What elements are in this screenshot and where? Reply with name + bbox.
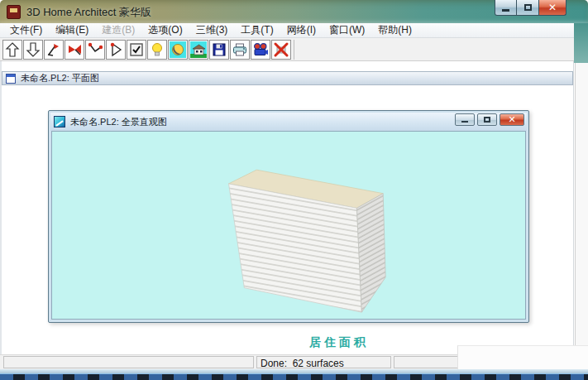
tilt-view-button[interactable] — [85, 40, 105, 60]
view-maximize-button[interactable] — [477, 113, 497, 126]
house-view-icon — [190, 41, 207, 58]
view-window-icon — [54, 116, 65, 127]
menu-network[interactable]: 网络(I) — [280, 22, 323, 38]
delete-icon — [273, 41, 289, 58]
background-window-edge — [575, 63, 588, 372]
minimize-button[interactable] — [495, 0, 517, 16]
app-icon — [7, 5, 21, 19]
view-angle-icon — [66, 41, 83, 58]
view-minimize-button[interactable] — [455, 113, 475, 126]
menu-help[interactable]: 帮助(H) — [371, 22, 418, 38]
view-3d-canvas[interactable] — [51, 131, 526, 320]
view-angle-button[interactable] — [65, 40, 84, 60]
turn-left-button[interactable] — [44, 40, 64, 60]
lighting-button[interactable] — [147, 40, 167, 60]
eye-position-button[interactable] — [106, 40, 126, 60]
view-window-controls: ✕ — [452, 113, 524, 126]
delete-button[interactable] — [271, 40, 291, 60]
print-button[interactable] — [230, 40, 250, 60]
plan-window-icon — [6, 74, 16, 84]
window-title: 3D Home Architect 豪华版 — [26, 5, 151, 20]
save-icon — [211, 41, 227, 58]
status-panel-right — [394, 356, 458, 368]
menu-file[interactable]: 文件(F) — [3, 22, 49, 38]
day-night-button[interactable] — [168, 40, 188, 60]
view-minimize-icon — [461, 121, 468, 123]
plan-window-title: 未命名.PL2: 平面图 — [21, 72, 99, 84]
close-icon: ✕ — [548, 2, 557, 12]
lighting-icon — [149, 41, 165, 58]
screen: 3D Home Architect 豪华版 ✕ 文件(F) 编辑(E) 建造(B… — [0, 0, 588, 380]
minimize-icon — [502, 9, 509, 12]
move-up-button[interactable] — [2, 40, 22, 60]
day-night-icon — [170, 41, 186, 58]
main-titlebar[interactable]: 3D Home Architect 豪华版 ✕ — [0, 0, 588, 23]
status-panel-left — [3, 356, 254, 368]
desktop-edge-teal — [574, 23, 588, 63]
building-3d-render — [52, 132, 525, 319]
toolbar — [0, 38, 574, 61]
menu-options[interactable]: 选项(O) — [141, 22, 189, 38]
menu-tools[interactable]: 工具(T) — [234, 22, 280, 38]
view-maximize-icon — [484, 117, 490, 123]
move-down-icon — [25, 41, 41, 58]
save-button[interactable] — [209, 40, 229, 60]
box-side-face — [356, 194, 385, 312]
plan-window-titlebar[interactable]: 未命名.PL2: 平面图 — [2, 71, 573, 85]
menu-window[interactable]: 窗口(W) — [323, 22, 371, 38]
record-video-icon — [252, 41, 269, 58]
move-up-icon — [4, 41, 21, 58]
print-icon — [232, 41, 248, 58]
options-check-button[interactable] — [127, 40, 146, 60]
menu-edit[interactable]: 编辑(E) — [49, 22, 95, 38]
view-close-button[interactable]: ✕ — [500, 113, 524, 126]
maximize-icon — [524, 4, 532, 11]
menu-build: 建造(B) — [95, 22, 141, 38]
status-panel-message: Done: 62 surfaces — [256, 356, 391, 368]
taskbar-sliver[interactable] — [0, 373, 588, 380]
toolbar-separator — [294, 40, 295, 60]
options-check-icon — [128, 41, 145, 58]
view-window: 未命名.PL2: 全景直观图 ✕ — [48, 110, 529, 323]
overlapping-window-corner — [457, 345, 588, 372]
window-controls: ✕ — [495, 0, 566, 16]
maximize-button[interactable] — [517, 0, 539, 16]
view-window-title: 未命名.PL2: 全景直观图 — [70, 116, 167, 128]
record-video-button[interactable] — [251, 40, 270, 60]
menu-3d[interactable]: 三维(3) — [189, 22, 235, 38]
close-button[interactable]: ✕ — [539, 0, 566, 16]
house-view-button[interactable] — [189, 40, 208, 60]
turn-left-icon — [45, 41, 62, 58]
eye-position-icon — [108, 41, 124, 58]
move-down-button[interactable] — [23, 40, 43, 60]
menu-bar: 文件(F) 编辑(E) 建造(B) 选项(O) 三维(3) 工具(T) 网络(I… — [0, 23, 574, 38]
living-area-label: 居住面积 — [288, 335, 390, 350]
tilt-view-icon — [87, 41, 103, 58]
view-close-icon: ✕ — [508, 115, 515, 124]
